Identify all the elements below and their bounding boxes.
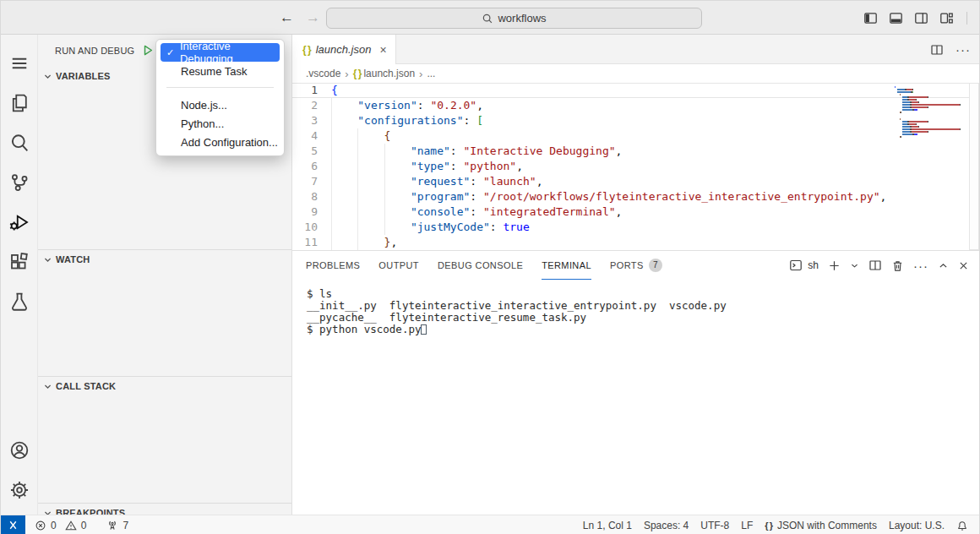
terminal-dropdown-icon[interactable] [850, 261, 859, 270]
split-terminal-icon[interactable] [868, 259, 882, 272]
layout-panel-icon[interactable] [889, 11, 903, 25]
chevron-down-icon [43, 382, 52, 391]
indent-guide [357, 220, 384, 235]
back-button[interactable]: ← [280, 9, 294, 26]
line-number[interactable]: 1 [292, 84, 331, 97]
activity-item-account[interactable] [1, 430, 38, 470]
layout-sidebar-right-icon[interactable] [914, 11, 928, 25]
indent-guide [357, 144, 384, 159]
line-number[interactable]: 2 [292, 98, 331, 113]
terminal-shell-icon[interactable] [789, 259, 803, 272]
section-label: WATCH [56, 254, 90, 264]
indent-guide [331, 98, 357, 113]
indent-guide [384, 189, 411, 204]
panel-tab-terminal[interactable]: TERMINAL [542, 251, 591, 280]
line-number[interactable]: 5 [292, 144, 331, 159]
more-actions-icon[interactable]: ··· [956, 42, 971, 57]
activity-item-extensions[interactable] [1, 242, 38, 281]
panel-more-icon[interactable]: ··· [913, 259, 928, 273]
breadcrumb-item[interactable]: { }launch.json [353, 68, 415, 79]
error-icon [35, 520, 46, 531]
activity-bar-bottom [1, 430, 38, 515]
section-header[interactable]: WATCH [38, 250, 291, 269]
close-tab-icon[interactable]: × [379, 43, 386, 57]
breadcrumb-item[interactable]: .vscode [306, 68, 340, 79]
line-number[interactable]: 8 [292, 189, 331, 204]
menu-item-node-js-[interactable]: Node.js... [161, 95, 280, 114]
tab-launch-json[interactable]: { } launch.json × [292, 35, 396, 64]
activity-item-source-control[interactable] [1, 162, 38, 202]
line-number[interactable]: 6 [292, 159, 331, 174]
indent-guide [384, 159, 411, 174]
menu-item-interactive-debugging[interactable]: ✓Interactive Debugging [161, 43, 280, 62]
code-line: 1 { [292, 83, 979, 98]
code-editor[interactable]: 1 { 2 "version": "0.2.0", 3 "configurati… [292, 83, 979, 250]
activity-item-menu[interactable] [1, 43, 38, 83]
terminal-output[interactable]: $ ls__init__.py flyteinteractive_interac… [292, 280, 979, 335]
editor-scrollbar[interactable] [969, 83, 979, 250]
indent-guide [331, 128, 357, 144]
layout-sidebar-left-icon[interactable] [863, 11, 878, 25]
section-label: VARIABLES [56, 71, 111, 81]
line-number[interactable]: 11 [292, 235, 331, 250]
line-number[interactable]: 7 [292, 174, 331, 189]
problems-status[interactable]: 0 0 [29, 515, 92, 534]
code-line: 11 }, [292, 235, 979, 250]
panel-tab-problems[interactable]: PROBLEMS [306, 251, 360, 280]
activity-item-testing[interactable] [1, 281, 38, 321]
section-breakpoints: BREAKPOINTS [38, 503, 291, 515]
start-debugging-icon[interactable] [140, 43, 155, 57]
bell-icon[interactable] [950, 515, 974, 534]
new-terminal-icon[interactable] [828, 259, 841, 272]
panel-tab-output[interactable]: OUTPUT [378, 251, 419, 280]
split-editor-icon[interactable] [930, 43, 944, 57]
indent-guide [357, 204, 384, 220]
indentation[interactable]: Spaces: 4 [638, 515, 694, 534]
explorer-icon [9, 93, 30, 113]
section-header[interactable]: CALL STACK [38, 377, 291, 395]
breadcrumb-separator: › [419, 68, 422, 80]
activity-item-search[interactable] [1, 123, 38, 162]
remote-indicator[interactable] [1, 515, 25, 534]
line-number[interactable]: 9 [292, 204, 331, 220]
breadcrumb-item[interactable]: ... [427, 68, 435, 79]
line-number[interactable]: 3 [292, 113, 331, 128]
chevron-down-icon [43, 509, 52, 515]
kill-terminal-icon[interactable] [891, 259, 904, 272]
code-line: 3 "configurations": [ [292, 113, 979, 128]
sidebar-title: RUN AND DEBUG [55, 46, 134, 56]
menu-item-python-[interactable]: Python... [161, 114, 280, 133]
ports-count: 7 [122, 520, 128, 531]
code-line: 8 "program": "/root/workflows/flyteinter… [292, 189, 979, 204]
breadcrumb-separator: › [345, 68, 348, 80]
panel-tab-ports[interactable]: PORTS7 [610, 251, 662, 280]
line-number[interactable]: 4 [292, 128, 331, 144]
line-number[interactable]: 10 [292, 220, 331, 235]
testing-icon [9, 292, 30, 312]
cursor-position[interactable]: Ln 1, Col 1 [577, 515, 638, 534]
activity-item-settings[interactable] [1, 470, 38, 509]
command-center-search[interactable]: workflows [326, 8, 702, 29]
keyboard-layout[interactable]: Layout: U.S. [883, 515, 950, 534]
maximize-panel-icon[interactable] [938, 260, 949, 271]
tab-bar: { } launch.json × ··· [292, 35, 979, 64]
activity-item-run-and-debug[interactable] [1, 202, 38, 242]
shell-label: sh [808, 259, 819, 271]
radio-tower-icon [106, 520, 118, 531]
forward-button[interactable]: → [306, 9, 320, 26]
panel-tab-debug-console[interactable]: DEBUG CONSOLE [438, 251, 523, 280]
customize-layout-icon[interactable] [939, 11, 954, 25]
menu-item-add-configuration-[interactable]: Add Configuration... [161, 133, 280, 151]
encoding[interactable]: UTF-8 [694, 515, 735, 534]
settings-icon [9, 480, 30, 500]
minimap[interactable] [895, 86, 967, 139]
language-mode[interactable]: { } JSON with Comments [759, 515, 883, 534]
activity-item-explorer[interactable] [1, 83, 38, 123]
ports-status[interactable]: 7 [101, 515, 134, 534]
eol[interactable]: LF [735, 515, 759, 534]
status-bar: 0 0 7 Ln 1, Col 1 Spaces: 4 UTF-8 LF { }… [1, 515, 979, 534]
workbench: RUN AND DEBUG VARIABLES WATCH CALL STACK… [1, 35, 979, 515]
close-panel-icon[interactable] [958, 260, 969, 271]
section-header[interactable]: BREAKPOINTS [38, 504, 291, 515]
indent-guide [331, 113, 357, 128]
